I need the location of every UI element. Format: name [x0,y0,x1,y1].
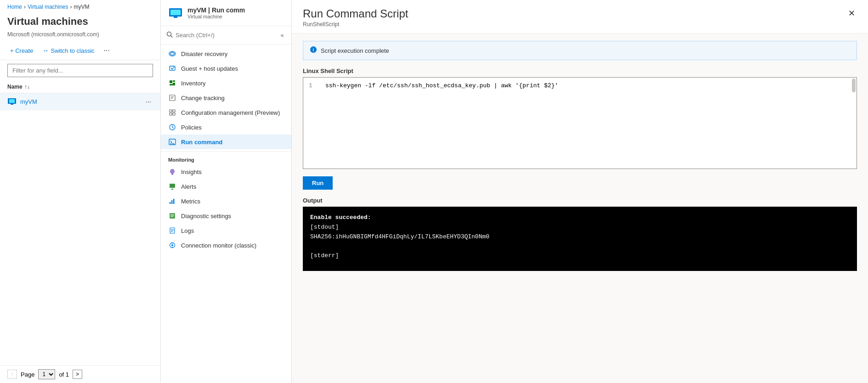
svg-line-7 [171,36,173,38]
info-banner-text: Script execution complete [321,47,389,54]
line-number: 1 [309,82,318,89]
svg-rect-27 [170,202,171,204]
svg-rect-29 [173,199,175,204]
sidebar-item-policies[interactable]: Policies [161,120,291,135]
svg-rect-24 [171,174,173,175]
column-name[interactable]: Name ↑↓ [7,84,153,90]
sidebar-item-connection-monitor[interactable]: Connection monitor (classic) [161,238,291,253]
sidebar-vm-subtitle: Virtual machine [187,14,284,19]
output-line-4 [310,242,850,251]
prev-page-button[interactable]: < [7,370,17,379]
sidebar-item-metrics[interactable]: Metrics [161,194,291,208]
script-editor[interactable]: 1 ssh-keygen -lf /etc/ssh/ssh_host_ecdsa… [303,77,857,169]
output-label: Output [303,197,857,204]
output-text-2: [stdout] [310,224,339,231]
rcs-title-block: Run Command Script RunShellScript [303,7,408,28]
sidebar-vm-icon [168,6,183,20]
sidebar-item-run-command[interactable]: Run command [161,135,291,149]
sidebar-header: myVM | Run comm Virtual machine [161,0,291,26]
page-select[interactable]: 1 [38,369,55,379]
right-panel: Run Command Script RunShellScript ✕ i Sc… [292,0,868,383]
monitoring-section-header: Monitoring [161,153,291,164]
disaster-recovery-icon [168,50,176,58]
run-command-label: Run command [181,139,222,146]
breadcrumb-vms[interactable]: Virtual machines [28,4,68,10]
code-content: ssh-keygen -lf /etc/ssh/ssh_host_ecdsa_k… [325,82,558,89]
vm-name[interactable]: myVM [20,98,144,105]
logs-label: Logs [181,227,194,234]
metrics-icon [168,197,176,205]
svg-rect-4 [170,10,181,15]
switch-classic-button[interactable]: ↔ Switch to classic [40,45,97,56]
insights-label: Insights [181,169,202,175]
sidebar-item-configuration-management[interactable]: Configuration management (Preview) [161,105,291,120]
guest-host-updates-icon [168,64,176,73]
svg-rect-5 [174,17,177,18]
sidebar-panel: myVM | Run comm Virtual machine « Disast… [161,0,292,383]
filter-input[interactable] [7,64,153,77]
sidebar-item-diagnostic-settings[interactable]: Diagnostic settings [161,208,291,223]
sidebar-collapse-button[interactable]: « [279,30,286,40]
output-text-1: Enable succeeded: [310,214,371,221]
connection-monitor-icon [168,241,176,249]
svg-rect-14 [170,95,175,101]
sort-icon: ↑↓ [24,84,30,90]
create-button[interactable]: + Create [7,45,36,56]
svg-rect-10 [170,80,172,83]
output-line-5: [stderr] [310,251,850,261]
sidebar-item-change-tracking[interactable]: Change tracking [161,90,291,105]
search-icon [166,31,173,39]
alerts-icon [168,182,176,191]
svg-rect-2 [11,104,13,105]
output-text-5: [stderr] [310,252,339,259]
vm-row[interactable]: myVM ··· [0,93,160,110]
svg-rect-25 [170,184,175,188]
sidebar-item-alerts[interactable]: Alerts [161,179,291,194]
output-line-2: [stdout] [310,223,850,232]
next-page-button[interactable]: > [73,370,82,379]
svg-rect-13 [170,84,175,85]
toolbar: + Create ↔ Switch to classic ··· [0,41,160,60]
panel-title: Virtual machines [0,14,160,31]
svg-rect-18 [173,110,175,112]
rcs-close-button[interactable]: ✕ [846,7,857,19]
breadcrumb: Home › Virtual machines › myVM [0,0,160,14]
more-options-button[interactable]: ··· [101,45,113,56]
svg-rect-20 [173,113,175,115]
breadcrumb-home[interactable]: Home [7,4,22,10]
info-banner: i Script execution complete [303,41,857,60]
switch-icon: ↔ [42,47,49,54]
sidebar-item-logs[interactable]: Logs [161,223,291,238]
configuration-management-label: Configuration management (Preview) [181,109,280,116]
of-label: of 1 [59,371,69,378]
menu-divider [161,151,291,152]
sidebar-search-input[interactable] [176,32,276,39]
sidebar-item-guest-host-updates[interactable]: Guest + host updates [161,61,291,76]
rcs-body: i Script execution complete Linux Shell … [292,34,868,383]
disaster-recovery-label: Disaster recovery [181,51,227,57]
breadcrumb-sep2: › [70,4,72,10]
svg-rect-11 [173,80,175,82]
svg-text:i: i [313,47,314,52]
output-text-3: SHA256:ihHuGNBIGMfd4HFGiDqhLy/IL7LSKbeEH… [310,233,489,240]
svg-point-37 [171,244,173,246]
inventory-icon [168,79,176,87]
sidebar-item-disaster-recovery[interactable]: Disaster recovery [161,46,291,61]
rcs-subtitle: RunShellScript [303,21,408,28]
svg-rect-1 [9,99,15,103]
inventory-label: Inventory [181,80,205,87]
sidebar-item-insights[interactable]: Insights [161,164,291,179]
pagination: < Page 1 of 1 > [0,365,160,383]
rcs-header: Run Command Script RunShellScript ✕ [292,0,868,34]
vm-more-button[interactable]: ··· [144,97,153,106]
script-line: 1 ssh-keygen -lf /etc/ssh/ssh_host_ecdsa… [309,82,851,89]
connection-monitor-label: Connection monitor (classic) [181,242,256,249]
run-button[interactable]: Run [303,176,333,190]
insights-icon [168,168,176,176]
sidebar-item-inventory[interactable]: Inventory [161,76,291,90]
menu-operations-section: Disaster recovery Guest + host updates [161,45,291,254]
sidebar-search: « [161,26,291,45]
configuration-management-icon [168,108,176,117]
logs-icon [168,226,176,235]
policies-icon [168,123,176,131]
